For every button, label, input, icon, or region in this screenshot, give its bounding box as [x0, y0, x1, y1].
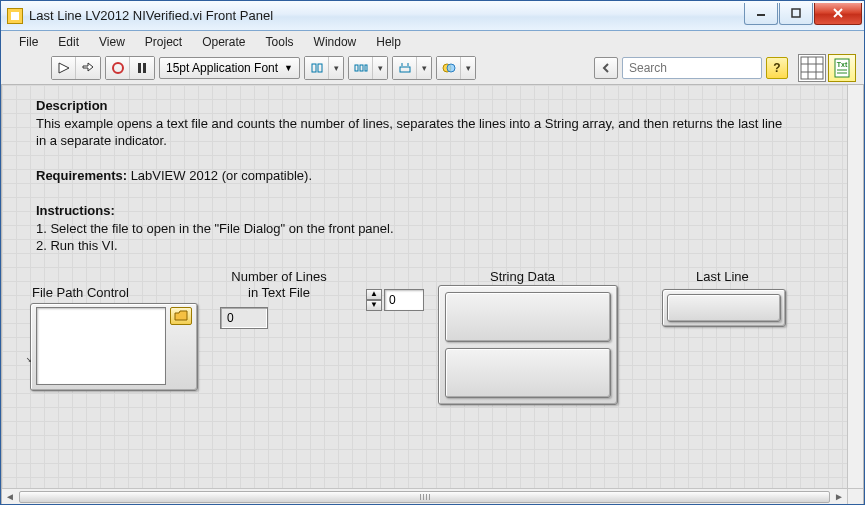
help-icon: ? [773, 61, 780, 75]
menu-tools[interactable]: Tools [258, 33, 302, 51]
svg-text:Txt: Txt [837, 61, 848, 68]
svg-point-4 [113, 63, 123, 73]
vi-icon[interactable]: Txt [828, 54, 856, 82]
reorder-dropdown[interactable]: ▾ [461, 57, 475, 79]
string-data-label: String Data [490, 269, 555, 284]
svg-rect-5 [138, 63, 141, 73]
search-prev-button[interactable] [594, 57, 618, 79]
window-title: Last Line LV2012 NIVerified.vi Front Pan… [29, 8, 743, 23]
index-value-box[interactable]: 0 [384, 289, 424, 311]
abort-icon [111, 61, 125, 75]
distribute-dropdown[interactable]: ▾ [373, 57, 387, 79]
array-index-control: ▲ ▼ 0 [366, 289, 424, 311]
align-dropdown[interactable]: ▾ [329, 57, 343, 79]
horizontal-scrollbar[interactable]: ◄ ► [2, 488, 847, 504]
panel-content: Description This example opens a text fi… [2, 85, 847, 488]
align-button[interactable] [305, 57, 329, 79]
run-continuously-button[interactable] [76, 57, 100, 79]
instruction-1: 1. Select the file to open in the "File … [36, 221, 394, 236]
svg-rect-10 [360, 65, 363, 71]
app-window: Last Line LV2012 NIVerified.vi Front Pan… [0, 0, 865, 505]
run-button[interactable] [52, 57, 76, 79]
reorder-group: ▾ [436, 56, 476, 80]
index-increment[interactable]: ▲ [366, 289, 382, 300]
svg-rect-7 [312, 64, 316, 72]
requirements-text: LabVIEW 2012 (or compatible). [127, 168, 312, 183]
scroll-corner [847, 488, 863, 504]
file-path-label: File Path Control [32, 285, 129, 300]
search-box[interactable] [622, 57, 762, 79]
resize-button[interactable] [393, 57, 417, 79]
connector-pane[interactable] [798, 54, 826, 82]
close-button[interactable] [814, 3, 862, 25]
run-group [51, 56, 101, 80]
description-heading: Description [36, 98, 108, 113]
index-spinner: ▲ ▼ [366, 289, 382, 311]
run-loop-icon [81, 61, 95, 75]
scroll-left-arrow[interactable]: ◄ [2, 490, 18, 504]
svg-rect-17 [801, 57, 823, 79]
menu-file[interactable]: File [11, 33, 46, 51]
minimize-icon [756, 8, 766, 18]
vi-icon-pane: Txt [798, 54, 856, 82]
front-panel[interactable]: Description This example opens a text fi… [1, 85, 864, 504]
instruction-2: 2. Run this VI. [36, 238, 118, 253]
last-line-indicator [667, 294, 781, 322]
font-selector[interactable]: 15pt Application Font ▼ [159, 57, 300, 79]
pause-button[interactable] [130, 57, 154, 79]
abort-pause-group [105, 56, 155, 80]
menu-project[interactable]: Project [137, 33, 190, 51]
svg-rect-1 [792, 9, 800, 17]
index-value: 0 [389, 293, 396, 307]
description-line2: in a separate indicator. [36, 133, 167, 148]
search-input[interactable] [627, 60, 781, 76]
labview-icon [7, 8, 23, 24]
path-glyph: ↘ [26, 353, 32, 364]
file-path-input[interactable] [36, 307, 166, 385]
menu-edit[interactable]: Edit [50, 33, 87, 51]
titlebar: Last Line LV2012 NIVerified.vi Front Pan… [1, 1, 864, 31]
num-lines-label2: in Text File [224, 285, 334, 300]
resize-dropdown[interactable]: ▾ [417, 57, 431, 79]
minimize-button[interactable] [744, 3, 778, 25]
description-block: Description This example opens a text fi… [36, 97, 816, 255]
resize-group: ▾ [392, 56, 432, 80]
distribute-icon [354, 61, 368, 75]
menu-view[interactable]: View [91, 33, 133, 51]
num-lines-label1: Number of Lines [224, 269, 334, 284]
toolbar: 15pt Application Font ▼ ▾ ▾ ▾ ▾ ? [1, 53, 864, 85]
maximize-icon [791, 8, 801, 18]
align-group: ▾ [304, 56, 344, 80]
align-icon [310, 61, 324, 75]
run-arrow-icon [57, 61, 71, 75]
maximize-button[interactable] [779, 3, 813, 25]
num-lines-indicator: 0 [220, 307, 268, 329]
menu-window[interactable]: Window [306, 33, 365, 51]
svg-rect-9 [355, 65, 358, 71]
svg-rect-11 [365, 65, 367, 71]
menu-help[interactable]: Help [368, 33, 409, 51]
svg-point-14 [447, 64, 455, 72]
pause-icon [135, 61, 149, 75]
abort-button[interactable] [106, 57, 130, 79]
close-icon [832, 7, 844, 19]
string-cell-0 [445, 292, 611, 342]
distribute-group: ▾ [348, 56, 388, 80]
last-line-indicator-frame [662, 289, 786, 327]
menu-operate[interactable]: Operate [194, 33, 253, 51]
index-decrement[interactable]: ▼ [366, 300, 382, 311]
connector-grid-icon [800, 56, 824, 80]
reorder-button[interactable] [437, 57, 461, 79]
reorder-icon [442, 61, 456, 75]
distribute-button[interactable] [349, 57, 373, 79]
scroll-right-arrow[interactable]: ► [831, 490, 847, 504]
requirements-label: Requirements: [36, 168, 127, 183]
scroll-thumb[interactable] [19, 491, 830, 503]
file-path-control: ↘ [30, 303, 198, 391]
context-help-button[interactable]: ? [766, 57, 788, 79]
browse-button[interactable] [170, 307, 192, 325]
font-label: 15pt Application Font [166, 61, 278, 75]
vertical-scrollbar[interactable] [847, 85, 863, 488]
chevron-left-icon [601, 63, 611, 73]
chevron-down-icon: ▼ [284, 63, 293, 73]
